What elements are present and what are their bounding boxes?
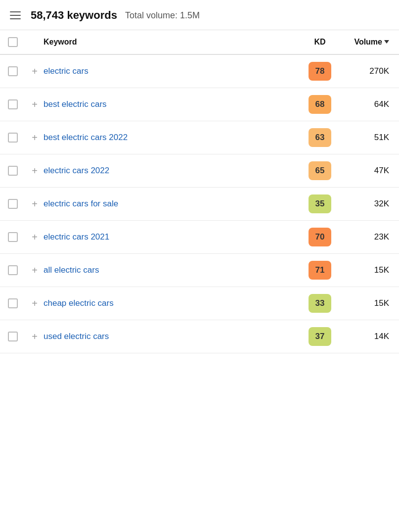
row-plus-cell[interactable]: + [26,232,44,242]
row-checkbox[interactable] [8,99,18,109]
row-checkbox[interactable] [8,199,18,209]
row-checkbox-cell[interactable] [8,99,26,109]
add-keyword-button[interactable]: + [29,198,40,209]
kd-badge-cell: 35 [300,194,340,213]
volume-column-header[interactable]: Volume [340,38,389,47]
menu-icon[interactable] [8,9,23,21]
kd-badge-cell: 33 [300,294,340,313]
keyword-text[interactable]: electric cars [44,66,300,76]
row-checkbox[interactable] [8,133,18,143]
kd-badge-cell: 71 [300,261,340,280]
row-checkbox-cell[interactable] [8,298,26,308]
row-checkbox-cell[interactable] [8,166,26,176]
kd-badge: 65 [309,161,331,180]
kd-badge-cell: 37 [300,327,340,346]
table-row: + best electric cars 68 64K [0,88,399,121]
keywords-count: 58,743 keywords [31,9,117,22]
table-row: + electric cars 78 270K [0,55,399,88]
add-keyword-button[interactable]: + [29,99,40,110]
volume-cell: 47K [340,166,389,176]
keyword-text[interactable]: best electric cars 2022 [44,133,300,143]
keyword-text[interactable]: all electric cars [44,265,300,275]
kd-badge: 70 [309,228,331,246]
page-header: 58,743 keywords Total volume: 1.5M [0,0,399,30]
row-checkbox[interactable] [8,265,18,275]
total-volume: Total volume: 1.5M [125,10,200,21]
keyword-text[interactable]: best electric cars [44,99,300,109]
volume-cell: 15K [340,265,389,275]
volume-cell: 14K [340,332,389,341]
volume-cell: 270K [340,66,389,76]
keyword-text[interactable]: used electric cars [44,332,300,341]
sort-arrow-icon [384,40,389,44]
kd-badge: 33 [309,294,331,313]
table-row: + electric cars 2021 70 23K [0,221,399,254]
row-checkbox[interactable] [8,332,18,341]
keyword-column-header: Keyword [44,38,300,47]
kd-badge: 71 [309,261,331,280]
kd-badge-cell: 78 [300,62,340,81]
select-all-checkbox[interactable] [8,37,18,47]
add-keyword-button[interactable]: + [29,331,40,342]
row-plus-cell[interactable]: + [26,331,44,342]
keyword-text[interactable]: electric cars 2021 [44,232,300,242]
row-plus-cell[interactable]: + [26,298,44,309]
volume-cell: 64K [340,99,389,109]
table-row: + cheap electric cars 33 15K [0,287,399,320]
row-checkbox[interactable] [8,166,18,176]
row-checkbox[interactable] [8,298,18,308]
add-keyword-button[interactable]: + [29,265,40,276]
table-body: + electric cars 78 270K + best electric … [0,55,399,353]
row-checkbox-cell[interactable] [8,232,26,242]
row-checkbox-cell[interactable] [8,199,26,209]
volume-cell: 51K [340,133,389,143]
table-row: + electric cars for sale 35 32K [0,188,399,221]
row-plus-cell[interactable]: + [26,99,44,110]
add-keyword-button[interactable]: + [29,298,40,309]
kd-badge-cell: 70 [300,228,340,246]
kd-badge-cell: 65 [300,161,340,180]
kd-column-header: KD [300,38,340,47]
add-keyword-button[interactable]: + [29,165,40,176]
row-plus-cell[interactable]: + [26,132,44,143]
table-row: + all electric cars 71 15K [0,254,399,287]
kd-badge-cell: 68 [300,95,340,114]
table-row: + electric cars 2022 65 47K [0,154,399,188]
add-keyword-button[interactable]: + [29,132,40,143]
row-checkbox[interactable] [8,232,18,242]
kd-badge: 68 [309,95,331,114]
kd-badge: 63 [309,128,331,147]
add-keyword-button[interactable]: + [29,66,40,77]
row-plus-cell[interactable]: + [26,165,44,176]
row-checkbox-cell[interactable] [8,66,26,76]
row-checkbox-cell[interactable] [8,265,26,275]
table-row: + best electric cars 2022 63 51K [0,121,399,154]
kd-badge: 78 [309,62,331,81]
row-plus-cell[interactable]: + [26,66,44,77]
keyword-text[interactable]: electric cars for sale [44,199,300,209]
kd-badge: 35 [309,194,331,213]
row-checkbox[interactable] [8,66,18,76]
kd-badge-cell: 63 [300,128,340,147]
table-row: + used electric cars 37 14K [0,320,399,353]
keyword-text[interactable]: electric cars 2022 [44,166,300,176]
header-checkbox-cell[interactable] [8,37,26,47]
row-checkbox-cell[interactable] [8,332,26,341]
volume-cell: 32K [340,199,389,209]
add-keyword-button[interactable]: + [29,232,40,242]
keyword-text[interactable]: cheap electric cars [44,298,300,308]
volume-cell: 15K [340,298,389,308]
volume-cell: 23K [340,232,389,242]
row-plus-cell[interactable]: + [26,198,44,209]
row-plus-cell[interactable]: + [26,265,44,276]
table-header: Keyword KD Volume [0,30,399,55]
kd-badge: 37 [309,327,331,346]
row-checkbox-cell[interactable] [8,133,26,143]
